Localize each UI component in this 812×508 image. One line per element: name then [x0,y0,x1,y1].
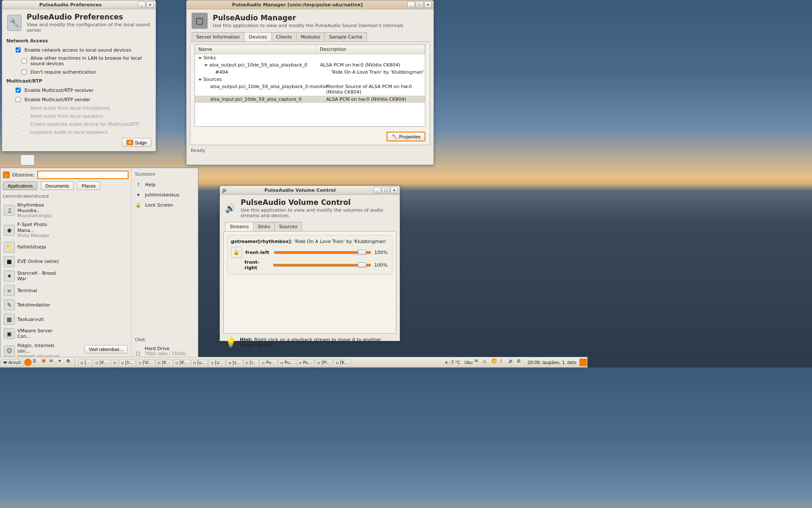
app-item[interactable]: ▣VMware Server Con... [3,326,66,341]
launcher-icon[interactable]: ☰ [33,359,40,366]
tray-icon[interactable]: ⊞ [517,359,524,366]
task-button[interactable]: ▫ Pu... [260,359,277,366]
task-button[interactable]: ▫ [Pi... [315,359,333,366]
device-row[interactable]: #494'Ride On A Love Train' by 'Klubbingm… [195,69,425,76]
tab-documents[interactable]: Documents [41,182,74,190]
system-item[interactable]: 🔒Lock Screen [135,200,193,210]
search-input[interactable] [37,171,129,179]
minimize-button[interactable]: _ [373,187,381,193]
close-button-prefs[interactable]: ✕Sulge [122,138,151,147]
taskbar: 💻Arvuti ☰ 🦊 ✉ ✦ ✿ ▫ [...▫ [K...▫ ▫ [h...… [0,357,587,367]
tray-icon[interactable]: 📶 [491,359,499,366]
tab-server-info[interactable]: Server Information [192,32,244,41]
vol-titlebar[interactable]: 🔊 PulseAudio Volume Control _ □ × [220,186,400,195]
task-button[interactable]: ▫ [K... [156,359,173,366]
panel-icon[interactable]: ✿ [66,359,74,366]
app-item[interactable]: ▦Taskuarvuti [3,312,66,326]
task-button[interactable]: ▫ [u... [208,359,225,366]
tab-applications[interactable]: Applications [3,182,37,190]
system-icon: ? [135,181,142,188]
tab-devices[interactable]: Devices [244,32,272,41]
search-label: Otsimine: [12,172,35,178]
tab-streams[interactable]: Streams [225,222,254,231]
close-button[interactable]: × [424,1,432,8]
device-row[interactable]: alsa_output.pci_10de_59_alsa_playback_0.… [195,83,425,96]
vol-sub: Use this application to view and modify … [241,207,395,218]
cb-rtp-recv[interactable]: Enable Multicast/RTP receiver [2,86,156,95]
tab-sample-cache[interactable]: Sample Cache [324,32,367,41]
app-item[interactable]: ♫Rhythmbox Muusika...Muusikamängija [3,201,66,220]
task-button[interactable]: ▫ [Vi... [137,359,155,366]
system-head: Süsteem [135,171,193,177]
panel-icon[interactable]: ✦ [58,359,66,366]
slider-fl[interactable] [274,251,371,254]
app-item[interactable]: ■EVE Online (wine) [3,254,66,269]
mail-icon[interactable]: ✉ [49,359,57,366]
drive-icon[interactable] [20,155,35,166]
task-button[interactable]: ▫ [s... [226,359,243,366]
system-item[interactable]: ?Help [135,179,193,190]
cb-lan-browse[interactable]: Allow other machines in LAN to browse fo… [2,55,156,67]
app-item[interactable]: ◉F-Spot Photo Mana...Photo Manager [3,220,66,240]
close-button[interactable]: × [146,1,154,8]
task-button[interactable]: ▫ [u... [191,359,208,366]
tree-sources[interactable]: Sources [195,76,425,83]
cb-net-access[interactable]: Enable network access to local sound dev… [2,45,156,55]
arvuti-button[interactable]: 💻Arvuti [0,359,23,366]
tab-clients[interactable]: Clients [272,32,297,41]
device-row-selected[interactable]: alsa_input.pci_10de_59_alsa_capture_0ALS… [195,96,425,103]
shutdown-icon[interactable] [579,359,587,366]
task-button[interactable]: ▫ [r... [244,359,259,366]
prefs-titlebar[interactable]: PulseAudio Preferences _ × [2,0,156,9]
properties-button[interactable]: 🔧Properties [387,132,425,141]
lock-icon[interactable]: 🔒 [231,247,242,258]
clock[interactable]: 20:09, laupäev, 1. dets [525,360,579,365]
weather[interactable]: ☀ -7 °C [442,360,463,365]
slider-thumb[interactable] [358,250,366,255]
tray-icon[interactable]: △ [483,359,491,366]
more-apps-button[interactable]: Veel rakendusi... [84,345,128,353]
task-button[interactable]: ▫ [K... [173,359,190,366]
tab-modules[interactable]: Modules [296,32,325,41]
task-button[interactable]: ▫ [111,359,118,366]
firefox-icon[interactable]: 🦊 [41,359,49,366]
app-item[interactable]: 📁Faililehitseja [3,240,66,254]
system-icon: 🔒 [135,202,142,208]
ubuntu-icon[interactable] [24,359,32,366]
bluetooth-icon[interactable]: ᛒ [500,359,508,366]
minimize-button[interactable]: _ [138,1,145,8]
close-button[interactable]: × [390,187,398,193]
slider-fr[interactable] [273,264,371,267]
task-button[interactable]: ▫ Pu... [278,359,296,366]
mgr-titlebar[interactable]: PulseAudio Manager [unix:/tmp/pulse-uku/… [187,0,433,9]
close-icon: ✕ [126,140,133,145]
task-button[interactable]: ▫ [K... [334,359,351,366]
task-button[interactable]: ▫ Pu... [297,359,315,366]
cb-rtp-send[interactable]: Enable Multicast/RTP sender [2,95,156,104]
app-item[interactable]: >Terminal [3,283,66,298]
minimize-button[interactable]: _ [407,1,415,8]
task-button[interactable]: ▫ [K... [93,359,110,366]
task-button[interactable]: ▫ [h... [119,359,136,366]
app-icon: ■ [4,256,15,267]
tab-sources[interactable]: Sources [274,222,302,231]
maximize-button[interactable]: □ [416,1,423,8]
tray-icon[interactable]: ✉ [475,359,482,366]
cb-no-auth[interactable]: Don't require authentication [2,67,156,77]
task-button[interactable]: ▫ [... [78,359,92,366]
pct-fl: 100% [374,250,389,255]
volume-icon[interactable]: 🔊 [508,359,516,366]
device-row[interactable]: alsa_output.pci_10de_59_alsa_playback_0A… [195,61,425,69]
col-desc[interactable]: Description [316,45,425,54]
col-name[interactable]: Name [195,45,316,54]
slider-thumb[interactable] [358,262,366,268]
tab-sinks[interactable]: Sinks [253,222,275,231]
app-item[interactable]: ★Starcraft - Brood War [3,269,66,283]
tab-places[interactable]: Places [77,182,100,190]
system-item[interactable]: ✦Juhtimiskeskus [135,190,193,200]
app-item[interactable]: ✎Tekstiredaktor [3,298,66,312]
tree-sinks[interactable]: Sinks [195,54,425,61]
maximize-button[interactable]: □ [382,187,390,193]
user[interactable]: Uku [463,360,474,365]
stream-entry[interactable]: gstreamer[rhythmbox]: 'Ride On A Love Tr… [227,235,392,274]
